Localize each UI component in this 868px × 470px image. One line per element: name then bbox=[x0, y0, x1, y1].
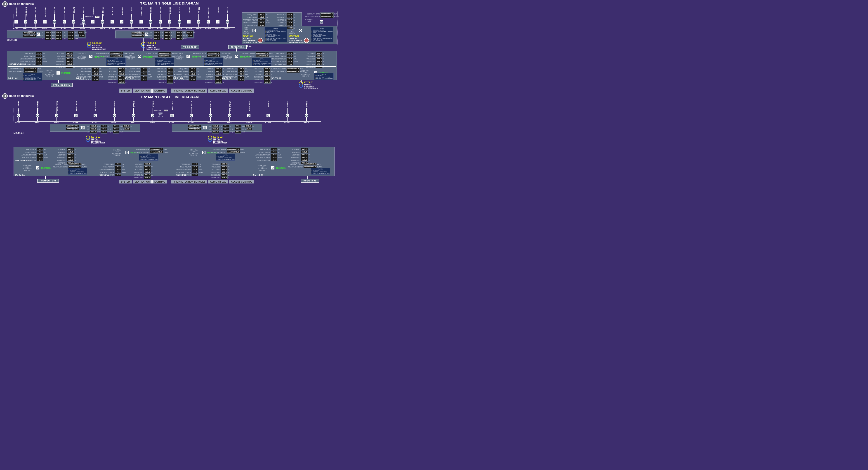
tag-to-t3[interactable]: TO 'SG-T3-04' bbox=[228, 45, 247, 49]
feeder-breaker[interactable] bbox=[140, 20, 143, 24]
feeder-breaker[interactable] bbox=[197, 20, 200, 24]
feeder-breaker[interactable] bbox=[14, 20, 18, 24]
vcb-breaker[interactable] bbox=[36, 166, 39, 169]
fire-micop-button[interactable]: FIRE MicOP bbox=[304, 38, 309, 43]
energy-readings: KILOWATT HOUR#########0.0kWh REACTIVE EN… bbox=[53, 163, 87, 168]
feeder-breaker[interactable] bbox=[74, 114, 78, 117]
feeder-breaker[interactable] bbox=[72, 20, 75, 24]
feeder-breaker[interactable] bbox=[101, 20, 104, 24]
nav-av[interactable]: AUDIO VISUAL bbox=[208, 89, 228, 93]
feeder-breaker[interactable] bbox=[305, 114, 308, 117]
feeder-breaker[interactable] bbox=[207, 20, 210, 24]
bus-tr2 bbox=[17, 121, 321, 122]
tag-from-t1[interactable]: FROM 'SG-T1-04' bbox=[37, 179, 59, 183]
feeder-breaker[interactable] bbox=[168, 20, 171, 24]
feeder-breaker[interactable] bbox=[226, 20, 229, 24]
ryb-label: RYB13 bbox=[128, 28, 134, 30]
feeder-breaker[interactable] bbox=[286, 114, 289, 117]
gen-info: GS-T1-011000KVA415V 3 PHASEGENERATOR SET bbox=[243, 35, 258, 43]
nav-system[interactable]: SYSTEM bbox=[119, 89, 132, 93]
feeder-label: SPARE bbox=[287, 101, 289, 107]
feeder-breaker[interactable] bbox=[267, 114, 270, 117]
fire-micop-button[interactable]: FIRE MicOP bbox=[258, 38, 263, 43]
acb-breaker[interactable] bbox=[320, 20, 323, 24]
feeder-breaker[interactable] bbox=[170, 114, 174, 117]
feeder-breaker[interactable] bbox=[216, 20, 219, 24]
tag-from-ss[interactable]: FROM 'SG-SS-01' bbox=[51, 83, 72, 87]
nav-access[interactable]: ACCESS CONTROL bbox=[229, 180, 254, 184]
voltcur-readings: VOLTAGE 1##0.0VVOLTAGE 2##0.0VVOLTAGE 3#… bbox=[200, 67, 226, 84]
energy-readings: KILOWATT HOUR#########0.0kWh REACTIVE EN… bbox=[305, 12, 339, 18]
vcb-breaker[interactable] bbox=[202, 151, 206, 154]
nav-ventilation[interactable]: VENTILATION bbox=[133, 89, 152, 93]
nav-access[interactable]: ACCESS CONTROL bbox=[229, 89, 254, 93]
feeder-breaker[interactable] bbox=[151, 114, 154, 117]
feeder-breaker[interactable] bbox=[132, 114, 135, 117]
feeder-label: DB-ELV bbox=[179, 7, 181, 13]
acb-breaker[interactable] bbox=[37, 33, 40, 36]
feeder-label: SPARE bbox=[83, 7, 85, 13]
ryb-label: RYB22 bbox=[215, 28, 221, 30]
nav-fire[interactable]: FIRE PROTECTION SERVICES bbox=[170, 89, 207, 93]
tag-to-t2[interactable]: TO 'SG-T2-01' bbox=[181, 45, 199, 49]
feeder-breaker[interactable] bbox=[130, 20, 133, 24]
vcb-breaker[interactable] bbox=[138, 55, 141, 58]
feeder-breaker[interactable] bbox=[190, 114, 193, 117]
nav-lighting[interactable]: LIGHTING bbox=[152, 89, 167, 93]
feeder-breaker[interactable] bbox=[94, 114, 97, 117]
tag-to-t4[interactable]: TO 'SG-T4-01' bbox=[301, 179, 319, 183]
vcb-breaker[interactable] bbox=[186, 55, 190, 58]
vcb-breaker[interactable] bbox=[89, 55, 92, 58]
vcb-breaker[interactable] bbox=[271, 166, 274, 169]
vcb-breaker[interactable] bbox=[235, 55, 238, 58]
nav-system[interactable]: SYSTEM bbox=[119, 180, 132, 184]
power-readings: FREQUENCY#0.0HzREAL POWER#0.0kWAPPARENT … bbox=[255, 148, 282, 162]
feeder-breaker[interactable] bbox=[247, 114, 250, 117]
line bbox=[322, 24, 322, 51]
acb-breaker[interactable] bbox=[81, 126, 85, 129]
acb-breaker[interactable] bbox=[145, 33, 148, 36]
transformer-info: TX-T1-021000KVA11/0.433 KVTRANSFORMER bbox=[92, 42, 106, 51]
acb-2000a-left: 2000ATPN ACB(50KVA) bbox=[27, 31, 34, 36]
feeder-breaker[interactable] bbox=[178, 20, 181, 24]
voltcur-readings: VOLTAGE 1##0.0VVOLTAGE 2##0.0VVOLTAGE 3#… bbox=[129, 163, 155, 179]
feeder-breaker[interactable] bbox=[55, 114, 58, 117]
feeder-breaker[interactable] bbox=[187, 20, 191, 24]
feeder-breaker[interactable] bbox=[17, 114, 20, 117]
transformer-info: TX-T1-031000KVA11/0.433 KVTRANSFORMER bbox=[146, 42, 160, 51]
feeder-breaker[interactable] bbox=[91, 20, 94, 24]
cb-630-info: 630A 20KA11KVMOTORISEDVCB N/C bbox=[189, 149, 198, 156]
vcb-breaker[interactable] bbox=[125, 151, 129, 154]
feeder-breaker[interactable] bbox=[36, 114, 39, 117]
feeder-breaker[interactable] bbox=[228, 114, 231, 117]
line bbox=[89, 38, 89, 51]
nav-av[interactable]: AUDIO VISUAL bbox=[208, 180, 228, 184]
feeder-breaker[interactable] bbox=[34, 20, 37, 24]
sg-bus-tr1 bbox=[8, 66, 336, 67]
feeder-breaker[interactable] bbox=[149, 20, 152, 24]
feeder-breaker[interactable] bbox=[113, 114, 116, 117]
feeder-breaker[interactable] bbox=[111, 20, 114, 24]
acb-breaker[interactable] bbox=[252, 29, 256, 32]
alarm-box: ALARMVCB TRIPDC TRIP SUPPLY FAILPROTECTI… bbox=[216, 154, 235, 161]
vcb-breaker[interactable] bbox=[57, 71, 60, 74]
voltcur-readings: VOLTAGE 1##0.0VVOLTAGE 2##0.0VVOLTAGE 3#… bbox=[103, 67, 129, 84]
acb-breaker[interactable] bbox=[204, 126, 207, 129]
nav-lighting[interactable]: LIGHTING bbox=[152, 180, 167, 184]
nav-fire[interactable]: FIRE PROTECTION SERVICES bbox=[170, 180, 207, 184]
feeder-breaker[interactable] bbox=[43, 20, 46, 24]
ryb-label: RYB19 bbox=[186, 28, 192, 30]
nav-ventilation[interactable]: VENTILATION bbox=[133, 180, 152, 184]
feeder-breaker[interactable] bbox=[53, 20, 56, 24]
gen-info: GS-T1-021000KVA415V 3 PHASEGENERATOR SET bbox=[289, 35, 305, 43]
kwh-block: #########0.0kWh #########0.0kVARh bbox=[51, 125, 85, 130]
feeder-breaker[interactable] bbox=[159, 20, 162, 24]
alarm-box: ALARMVCB TRIPDC TRIP SUPPLY FAILPROTECTI… bbox=[155, 58, 174, 66]
feeder-label: SPARE bbox=[73, 7, 75, 13]
feeder-breaker[interactable] bbox=[120, 20, 123, 24]
sg-label: SG-T2-02 bbox=[99, 174, 110, 176]
feeder-breaker[interactable] bbox=[209, 114, 212, 117]
feeder-breaker[interactable] bbox=[63, 20, 66, 24]
feeder-breaker[interactable] bbox=[24, 20, 27, 24]
acb-breaker[interactable] bbox=[299, 29, 302, 32]
